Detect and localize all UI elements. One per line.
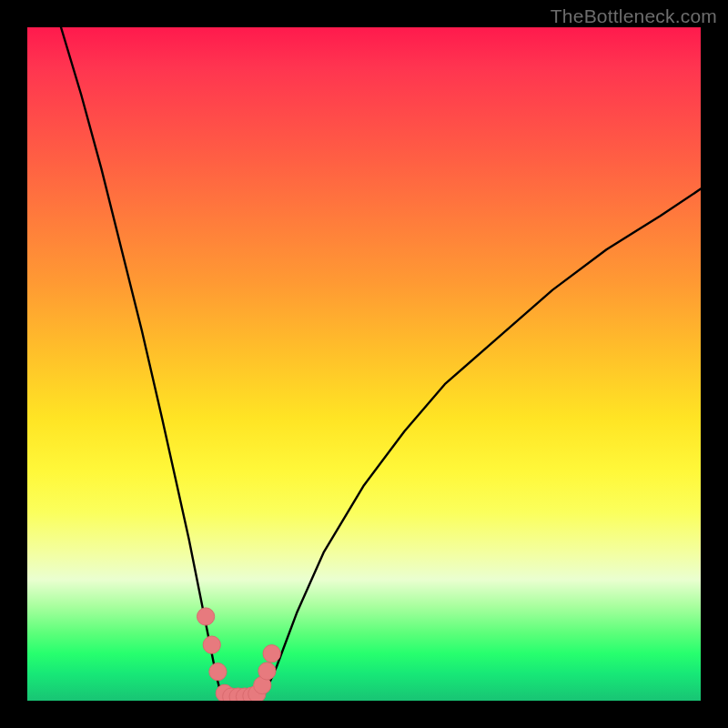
chart-frame: TheBottleneck.com: [0, 0, 728, 728]
trough-marker: [197, 608, 214, 625]
watermark-text: TheBottleneck.com: [551, 5, 717, 27]
curve-group: [61, 27, 701, 701]
trough-marker: [258, 662, 276, 680]
trough-marker: [209, 663, 227, 681]
plot-area: [27, 27, 701, 701]
trough-marker: [263, 645, 280, 662]
curve-svg: [27, 27, 701, 701]
trough-marker: [203, 636, 220, 653]
bottleneck-curve: [61, 27, 701, 701]
marker-group: [197, 608, 280, 701]
